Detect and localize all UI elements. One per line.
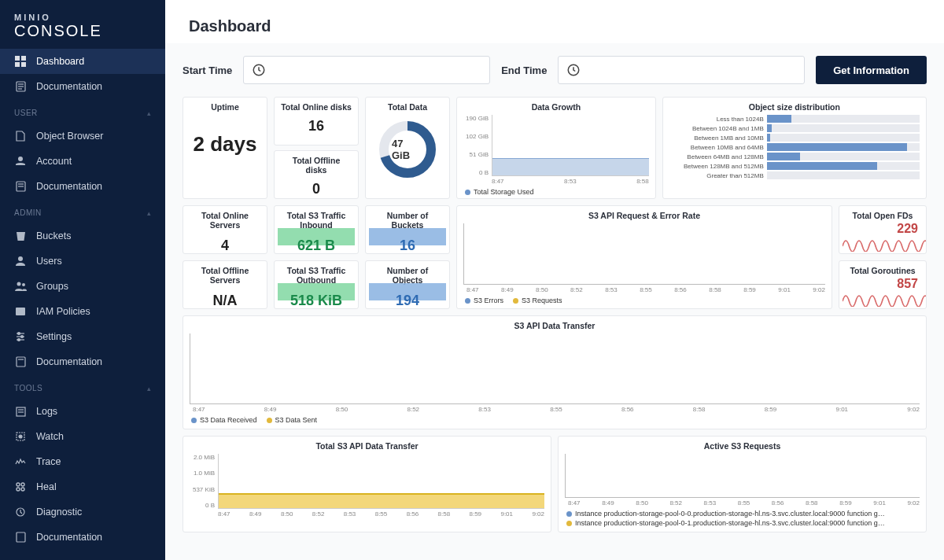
- svg-rect-14: [16, 308, 25, 315]
- card-traffic-out: Total S3 Traffic Outbound518 KiB: [274, 260, 359, 309]
- card-total-data: Total Data 47 GiB: [365, 97, 450, 199]
- clock-icon: [566, 63, 581, 77]
- logo: MINIO CONSOLE: [0, 0, 165, 47]
- trace-icon: [14, 455, 27, 468]
- svg-point-12: [17, 282, 20, 286]
- sidebar-item-label: Dashboard: [36, 56, 84, 67]
- gauge-chart: 47 GiB: [376, 118, 439, 181]
- heal-icon: [14, 481, 27, 493]
- page-title: Dashboard: [189, 17, 920, 35]
- sidebar-item-account[interactable]: Account: [0, 149, 165, 174]
- section-tools[interactable]: TOOLS ▴: [0, 376, 165, 397]
- start-time-input[interactable]: [243, 56, 490, 84]
- dashboard-icon: [14, 55, 27, 68]
- header: Dashboard: [165, 0, 944, 43]
- sidebar-item-object-browser[interactable]: Object Browser: [0, 123, 165, 149]
- watch-icon: [14, 430, 27, 443]
- svg-rect-2: [15, 62, 20, 67]
- svg-rect-33: [17, 532, 25, 542]
- sidebar-item-documentation[interactable]: Documentation: [0, 74, 165, 99]
- settings-icon: [14, 330, 27, 343]
- hbar-chart: Less than 1024BBetween 1024B and 1MBBetw…: [669, 115, 920, 179]
- card-api-error-rate: S3 API Request & Error Rate 8:478:498:50…: [456, 205, 832, 309]
- sidebar-item-users[interactable]: Users: [0, 249, 165, 274]
- svg-rect-0: [15, 56, 20, 61]
- sidebar-item-iam-policies[interactable]: IAM Policies: [0, 299, 165, 324]
- chevron-up-icon: ▴: [147, 209, 152, 217]
- section-user[interactable]: USER ▴: [0, 101, 165, 122]
- card-buckets: Number of Buckets16: [365, 205, 450, 254]
- doc-icon: [14, 180, 27, 193]
- filter-bar: Start Time End Time Get Information: [183, 53, 927, 97]
- card-active-requests: Active S3 Requests 8:478:498:508:528:538…: [558, 436, 927, 532]
- logo-line2: CONSOLE: [14, 22, 151, 39]
- svg-point-20: [18, 339, 20, 341]
- card-object-size: Object size distribution Less than 1024B…: [662, 97, 927, 199]
- sidebar-item-watch[interactable]: Watch: [0, 424, 165, 449]
- sidebar-item-dashboard[interactable]: Dashboard: [0, 49, 165, 74]
- svg-point-27: [19, 435, 22, 438]
- svg-point-11: [18, 256, 23, 261]
- sidebar-item-label: Documentation: [36, 81, 102, 92]
- chevron-up-icon: ▴: [147, 385, 152, 392]
- get-information-button[interactable]: Get Information: [816, 56, 927, 84]
- doc-icon: [14, 531, 27, 543]
- sidebar-item-groups[interactable]: Groups: [0, 274, 165, 299]
- end-time-label: End Time: [501, 64, 547, 76]
- card-uptime: Uptime 2 days: [183, 97, 267, 199]
- account-icon: [14, 155, 27, 168]
- svg-point-18: [18, 333, 20, 335]
- svg-point-13: [22, 283, 25, 286]
- svg-rect-21: [17, 357, 25, 367]
- svg-point-19: [21, 336, 24, 338]
- file-icon: [14, 130, 27, 142]
- sidebar: MINIO CONSOLE Dashboard Documentation US…: [0, 0, 165, 560]
- user-icon: [14, 255, 27, 267]
- nav-top: Dashboard Documentation: [0, 47, 165, 101]
- card-offline-disks: Total Offline disks 0: [274, 150, 359, 199]
- card-data-growth: Data Growth 190 GiB 102 GiB 51 GiB 0 B 8…: [456, 97, 656, 199]
- chevron-up-icon: ▴: [147, 109, 152, 117]
- svg-point-29: [21, 483, 24, 486]
- svg-point-28: [17, 483, 20, 486]
- card-online-servers: Total Online Servers4: [183, 205, 267, 254]
- sidebar-item-logs[interactable]: Logs: [0, 399, 165, 424]
- policy-icon: [14, 305, 27, 318]
- svg-point-30: [17, 488, 20, 491]
- end-time-input[interactable]: [558, 56, 805, 84]
- doc-icon: [14, 80, 27, 93]
- uptime-value: 2 days: [190, 115, 260, 174]
- sidebar-item-diagnostic[interactable]: Diagnostic: [0, 499, 165, 525]
- diagnostic-icon: [14, 506, 27, 518]
- start-time-label: Start Time: [183, 64, 232, 76]
- doc-icon: [14, 356, 27, 368]
- card-objects: Number of Objects194: [365, 260, 450, 309]
- area-fill: [492, 158, 649, 175]
- section-admin[interactable]: ADMIN ▴: [0, 201, 165, 222]
- card-total-transfer: Total S3 API Data Transfer 2.0 MiB 1.0 M…: [183, 436, 551, 532]
- sidebar-item-documentation-tools[interactable]: Documentation: [0, 525, 165, 550]
- logs-icon: [14, 405, 27, 418]
- svg-point-31: [21, 488, 24, 491]
- clock-icon: [252, 63, 266, 77]
- card-open-fds: Total Open FDs 229: [839, 205, 927, 254]
- sidebar-item-heal[interactable]: Heal: [0, 474, 165, 499]
- sidebar-item-buckets[interactable]: Buckets: [0, 223, 165, 249]
- card-goroutines: Total Goroutines 857: [839, 260, 927, 309]
- sidebar-item-settings[interactable]: Settings: [0, 324, 165, 349]
- bucket-icon: [14, 230, 27, 242]
- sidebar-item-trace[interactable]: Trace: [0, 449, 165, 474]
- sidebar-item-documentation-user[interactable]: Documentation: [0, 174, 165, 199]
- svg-rect-3: [21, 62, 26, 67]
- card-online-disks: Total Online disks 16: [274, 97, 359, 146]
- sidebar-item-documentation-admin[interactable]: Documentation: [0, 349, 165, 374]
- groups-icon: [14, 280, 27, 293]
- card-data-transfer: S3 API Data Transfer 8:478:498:508:528:5…: [183, 315, 927, 429]
- svg-rect-1: [21, 56, 26, 61]
- logo-line1: MINIO: [14, 13, 151, 22]
- card-traffic-in: Total S3 Traffic Inbound621 B: [274, 205, 359, 254]
- card-offline-servers: Total Offline ServersN/A: [183, 260, 267, 309]
